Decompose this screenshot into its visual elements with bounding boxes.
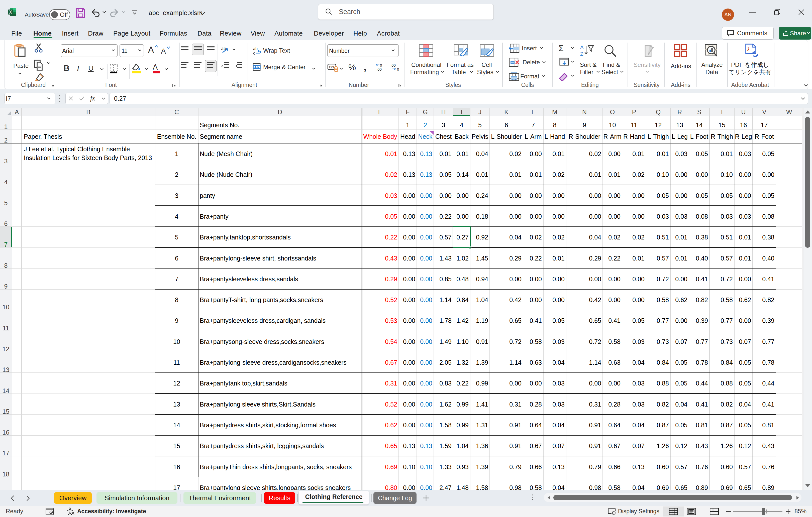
svg-text:λ: λ <box>747 47 750 52</box>
svg-text:ab: ab <box>253 47 258 51</box>
svg-text:c: c <box>253 51 255 55</box>
svg-text:Z: Z <box>580 51 583 57</box>
svg-text:123: 123 <box>328 65 334 69</box>
svg-text:X: X <box>9 10 12 14</box>
svg-text:A: A <box>580 44 584 50</box>
